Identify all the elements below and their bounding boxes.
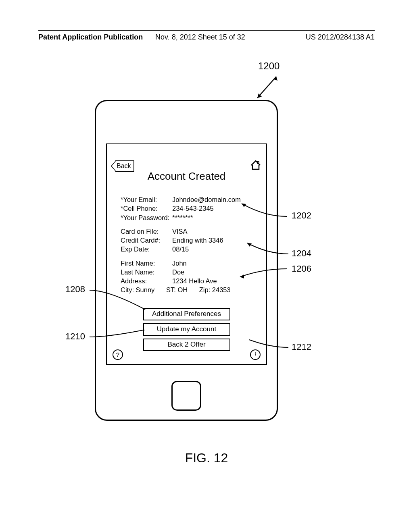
zip-value: Zip: 24353 xyxy=(199,286,231,293)
lead-1212 xyxy=(248,339,296,351)
state-value: ST: OH xyxy=(166,286,188,293)
cell-value: 234-543-2345 xyxy=(172,205,214,212)
lead-arrow-1200 xyxy=(254,75,282,103)
svg-rect-3 xyxy=(258,161,259,164)
lead-1210 xyxy=(89,330,153,342)
password-value: ******** xyxy=(172,214,193,221)
ref-1204: 1204 xyxy=(292,248,311,259)
lname-label: Last Name: xyxy=(121,268,172,276)
svg-line-0 xyxy=(257,77,276,98)
lead-1204 xyxy=(246,242,296,258)
password-label: *Your Password: xyxy=(121,213,172,222)
email-label: *Your Email: xyxy=(121,195,172,204)
ccnum-value: Ending with 3346 xyxy=(172,237,223,244)
header-mid: Nov. 8, 2012 Sheet 15 of 32 xyxy=(155,33,245,42)
ref-1200: 1200 xyxy=(258,60,280,72)
info-icon[interactable]: i xyxy=(250,349,261,360)
lead-1208 xyxy=(89,289,153,314)
fname-label: First Name: xyxy=(121,259,172,268)
ref-1210: 1210 xyxy=(65,331,85,342)
update-account-button[interactable]: Update my Account xyxy=(143,323,230,336)
account-info: *Your Email:Johndoe@domain.com *Cell Pho… xyxy=(121,195,241,299)
email-value: Johndoe@domain.com xyxy=(172,196,241,203)
figure-caption: FIG. 12 xyxy=(0,451,413,466)
header-left: Patent Application Publication xyxy=(38,33,143,42)
ccnum-label: Credit Card#: xyxy=(121,236,172,245)
cardfile-value: VISA xyxy=(172,228,188,235)
ref-1202: 1202 xyxy=(292,210,311,221)
back-to-offer-button[interactable]: Back 2 Offer xyxy=(143,339,230,351)
ref-1212: 1212 xyxy=(292,342,311,352)
cell-label: *Cell Phone: xyxy=(121,204,172,213)
cardfile-label: Card on File: xyxy=(121,227,172,236)
phone-device: Back Account Created *Your Email:Johndoe… xyxy=(95,100,278,421)
header-rule xyxy=(38,30,375,31)
address-label: Address: xyxy=(121,276,172,285)
patent-page: Patent Application Publication Nov. 8, 2… xyxy=(0,0,413,532)
header-right: US 2012/0284138 A1 xyxy=(306,33,375,42)
card-block: Card on File:VISA Credit Card#:Ending wi… xyxy=(121,227,241,254)
ref-1208: 1208 xyxy=(65,284,85,295)
additional-preferences-button[interactable]: Additional Preferences xyxy=(143,308,230,320)
screen-title: Account Created xyxy=(107,170,266,183)
lname-value: Doe xyxy=(172,268,184,276)
home-button[interactable] xyxy=(171,381,201,411)
lead-1202 xyxy=(240,202,295,222)
exp-value: 08/15 xyxy=(172,245,189,253)
lead-1206 xyxy=(239,268,295,280)
credentials-block: *Your Email:Johndoe@domain.com *Cell Pho… xyxy=(121,195,241,222)
address-value: 1234 Hello Ave xyxy=(172,277,217,285)
fname-value: John xyxy=(172,260,187,267)
ref-1206: 1206 xyxy=(292,264,311,274)
help-icon[interactable]: ? xyxy=(113,349,123,360)
exp-label: Exp Date: xyxy=(121,245,172,254)
